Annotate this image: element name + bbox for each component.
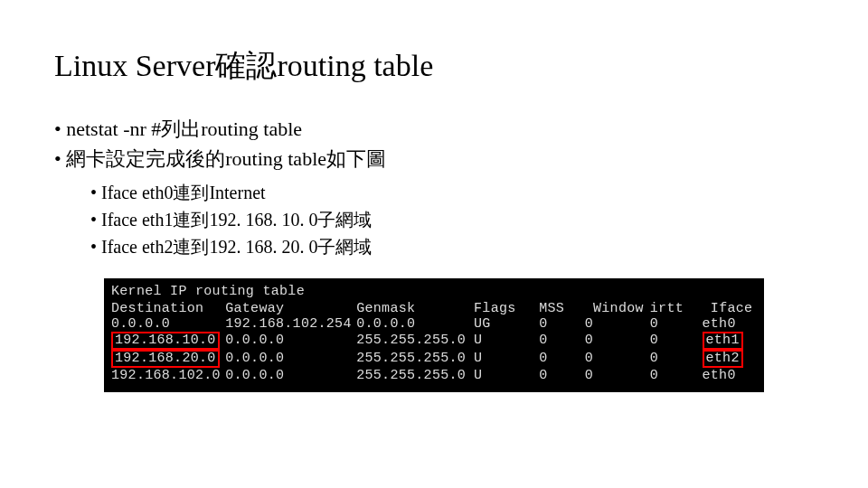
table-header-row: Destination Gateway Genmask Flags MSS Wi… bbox=[111, 301, 757, 316]
cell-iface: eth0 bbox=[703, 368, 757, 383]
cell-irtt: 0 bbox=[650, 350, 703, 368]
cell-irtt: 0 bbox=[650, 368, 703, 383]
cell-gateway: 0.0.0.0 bbox=[225, 368, 356, 383]
cell-genmask: 0.0.0.0 bbox=[356, 316, 474, 332]
cell-window: 0 bbox=[585, 316, 650, 332]
terminal-header-line: Kernel IP routing table bbox=[111, 284, 757, 299]
highlight-box: 192.168.10.0 bbox=[111, 332, 220, 350]
col-iface: Iface bbox=[703, 301, 757, 316]
cell-destination: 192.168.10.0 bbox=[111, 332, 225, 350]
table-row: 192.168.10.00.0.0.0255.255.255.0U0 00 et… bbox=[111, 332, 757, 350]
cell-genmask: 255.255.255.0 bbox=[356, 350, 474, 368]
highlight-box: eth1 bbox=[703, 332, 743, 350]
highlight-box: 192.168.20.0 bbox=[111, 350, 220, 368]
cell-destination: 192.168.20.0 bbox=[111, 350, 225, 368]
slide-title: Linux Server確認routing table bbox=[54, 45, 814, 87]
cell-flags: U bbox=[474, 368, 539, 383]
slide: Linux Server確認routing table netstat -nr … bbox=[0, 0, 868, 410]
cell-mss: 0 bbox=[539, 316, 584, 332]
sub-bullet-item: Iface eth2連到192. 168. 20. 0子網域 bbox=[90, 233, 814, 260]
cell-flags: UG bbox=[474, 316, 539, 332]
highlight-box: eth2 bbox=[703, 350, 743, 368]
col-window: Window bbox=[585, 301, 650, 316]
cell-genmask: 255.255.255.0 bbox=[356, 368, 474, 383]
bullet-item: 網卡設定完成後的routing table如下圖 Iface eth0連到Int… bbox=[54, 144, 814, 260]
cell-gateway: 192.168.102.254 bbox=[225, 316, 356, 332]
sub-bullet-item: Iface eth0連到Internet bbox=[90, 179, 814, 206]
cell-mss: 0 bbox=[539, 368, 584, 383]
cell-iface: eth0 bbox=[703, 316, 757, 332]
bullet-item: netstat -nr #列出routing table bbox=[54, 114, 814, 144]
terminal-output: Kernel IP routing table Destination Gate… bbox=[104, 278, 764, 392]
col-genmask: Genmask bbox=[356, 301, 474, 316]
cell-mss: 0 bbox=[539, 350, 584, 368]
col-flags: Flags bbox=[474, 301, 539, 316]
bullet-text: 網卡設定完成後的routing table如下圖 bbox=[66, 147, 386, 170]
cell-genmask: 255.255.255.0 bbox=[356, 332, 474, 350]
cell-window: 0 bbox=[585, 368, 650, 383]
table-row: 192.168.102.00.0.0.0255.255.255.0U0 00 e… bbox=[111, 368, 757, 383]
cell-flags: U bbox=[474, 350, 539, 368]
col-destination: Destination bbox=[111, 301, 225, 316]
table-row: 0.0.0.0192.168.102.2540.0.0.0UG0 00 eth0 bbox=[111, 316, 757, 332]
col-gateway: Gateway bbox=[225, 301, 356, 316]
cell-gateway: 0.0.0.0 bbox=[225, 332, 356, 350]
cell-window: 0 bbox=[585, 332, 650, 350]
cell-mss: 0 bbox=[539, 332, 584, 350]
bullet-list: netstat -nr #列出routing table 網卡設定完成後的rou… bbox=[54, 114, 814, 260]
cell-irtt: 0 bbox=[650, 332, 703, 350]
table-row: 192.168.20.00.0.0.0255.255.255.0U0 00 et… bbox=[111, 350, 757, 368]
cell-destination: 192.168.102.0 bbox=[111, 368, 225, 383]
cell-window: 0 bbox=[585, 350, 650, 368]
routing-table: Destination Gateway Genmask Flags MSS Wi… bbox=[111, 301, 757, 383]
cell-iface: eth1 bbox=[703, 332, 757, 350]
cell-irtt: 0 bbox=[650, 316, 703, 332]
cell-flags: U bbox=[474, 332, 539, 350]
col-irtt: irtt bbox=[650, 301, 703, 316]
cell-gateway: 0.0.0.0 bbox=[225, 350, 356, 368]
col-mss: MSS bbox=[539, 301, 584, 316]
cell-iface: eth2 bbox=[703, 350, 757, 368]
cell-destination: 0.0.0.0 bbox=[111, 316, 225, 332]
sub-bullet-item: Iface eth1連到192. 168. 10. 0子網域 bbox=[90, 206, 814, 233]
